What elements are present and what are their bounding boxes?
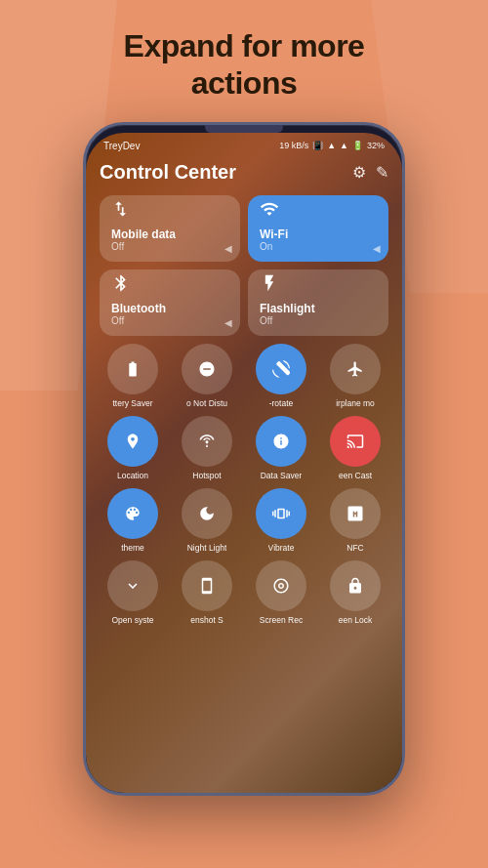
battery-label: 32% — [367, 141, 385, 150]
theme-btn[interactable] — [107, 488, 158, 539]
headline: Expand for more actions — [124, 27, 365, 103]
rotate-btn[interactable] — [256, 344, 306, 394]
bluetooth-arrow: ◀ — [224, 317, 232, 328]
small-tiles-row2: Location Hotspot Data Saver — [100, 416, 388, 480]
location-btn[interactable] — [107, 416, 158, 467]
mobile-data-label: Mobile data — [111, 227, 228, 241]
small-tiles-row1: ttery Saver o Not Distu -rotate — [100, 344, 388, 408]
screen-lock-label: een Lock — [339, 615, 373, 625]
speed-label: 19 kB/s — [279, 141, 308, 150]
rotate-label: -rotate — [269, 398, 294, 408]
wifi-label: Wi-Fi — [260, 227, 377, 241]
screenshot-label: enshot S — [190, 615, 224, 625]
settings-icon[interactable]: ⚙ — [352, 163, 366, 182]
rotate-tile[interactable]: -rotate — [248, 344, 314, 408]
flashlight-sublabel: Off — [260, 315, 377, 326]
phone-notch — [205, 125, 283, 133]
vibrate-label: Vibrate — [268, 543, 295, 553]
bluetooth-tile[interactable]: Bluetooth Off ◀ — [100, 269, 240, 336]
night-light-btn[interactable] — [182, 488, 232, 539]
theme-tile[interactable]: theme — [100, 488, 166, 553]
cc-header: Control Center ⚙ ✎ — [100, 161, 388, 184]
vibrate-tile[interactable]: Vibrate — [248, 488, 314, 553]
screen-lock-tile[interactable]: een Lock — [322, 560, 388, 625]
phone-shell: TreyDev 19 kB/s 📳 ▲ ▲ 🔋 32% Control Cent… — [83, 122, 405, 796]
phone-screen: TreyDev 19 kB/s 📳 ▲ ▲ 🔋 32% Control Cent… — [86, 133, 402, 793]
hotspot-tile[interactable]: Hotspot — [174, 416, 240, 480]
edit-icon[interactable]: ✎ — [376, 163, 388, 182]
dnd-btn[interactable] — [182, 344, 232, 394]
headline-line2: actions — [191, 65, 298, 101]
dnd-tile[interactable]: o Not Distu — [174, 344, 240, 408]
wifi-sublabel: On — [260, 241, 377, 252]
carrier-label: TreyDev — [103, 141, 140, 151]
wifi-arrow: ◀ — [373, 243, 381, 254]
status-bar: TreyDev 19 kB/s 📳 ▲ ▲ 🔋 32% — [86, 133, 402, 155]
location-label: Location — [117, 471, 148, 480]
mobile-data-icon — [111, 199, 228, 224]
mobile-data-sublabel: Off — [111, 241, 228, 252]
theme-label: theme — [121, 543, 144, 553]
open-syste-btn[interactable] — [107, 560, 158, 611]
small-tiles-row3: theme Night Light Vibrate — [100, 488, 388, 553]
bluetooth-icon — [111, 273, 228, 298]
headline-line1: Expand for more — [124, 28, 365, 63]
screen-rec-tile[interactable]: Screen Rec — [248, 560, 314, 625]
data-saver-tile[interactable]: Data Saver — [248, 416, 314, 480]
wifi-tile[interactable]: Wi-Fi On ◀ — [248, 195, 388, 262]
flashlight-icon — [260, 273, 377, 298]
open-syste-label: Open syste — [112, 615, 154, 625]
screen-cast-label: een Cast — [339, 471, 372, 480]
data-saver-btn[interactable] — [256, 416, 306, 467]
night-light-label: Night Light — [187, 543, 227, 553]
bluetooth-sublabel: Off — [111, 315, 228, 326]
nfc-btn[interactable] — [330, 488, 381, 539]
cc-header-icons: ⚙ ✎ — [352, 163, 388, 182]
battery-saver-label: ttery Saver — [112, 398, 152, 408]
airplane-btn[interactable] — [330, 344, 381, 394]
wifi-icon: ▲ — [327, 141, 336, 150]
wifi-tile-icon — [260, 199, 377, 224]
airplane-tile[interactable]: irplane mo — [322, 344, 388, 408]
location-tile[interactable]: Location — [100, 416, 166, 480]
nfc-tile[interactable]: NFC — [322, 488, 388, 553]
mobile-data-tile[interactable]: Mobile data Off ◀ — [100, 195, 240, 262]
screenshot-tile[interactable]: enshot S — [174, 560, 240, 625]
battery-saver-btn[interactable] — [107, 344, 158, 394]
screen-lock-btn[interactable] — [330, 560, 381, 611]
hotspot-btn[interactable] — [182, 416, 232, 467]
screen-cast-btn[interactable] — [330, 416, 381, 467]
battery-saver-tile[interactable]: ttery Saver — [100, 344, 166, 408]
vibrate-icon: 📳 — [312, 141, 323, 150]
screen-rec-label: Screen Rec — [260, 615, 303, 625]
mobile-data-arrow: ◀ — [224, 243, 232, 254]
status-right: 19 kB/s 📳 ▲ ▲ 🔋 32% — [279, 141, 385, 150]
cc-title: Control Center — [100, 161, 236, 184]
large-tiles-row2: Bluetooth Off ◀ Flashlight Off — [100, 269, 388, 336]
signal-icon: ▲ — [340, 141, 348, 150]
small-tiles-row4: Open syste enshot S Screen Rec — [100, 560, 388, 625]
flashlight-tile[interactable]: Flashlight Off — [248, 269, 388, 336]
flashlight-label: Flashlight — [260, 302, 377, 315]
data-saver-label: Data Saver — [261, 471, 303, 480]
dnd-label: o Not Distu — [186, 398, 227, 408]
hotspot-label: Hotspot — [192, 471, 221, 480]
bluetooth-label: Bluetooth — [111, 302, 228, 315]
control-center-content: Control Center ⚙ ✎ Mobile data Off ◀ — [86, 155, 402, 793]
screen-rec-btn[interactable] — [256, 560, 306, 611]
nfc-label: NFC — [346, 543, 363, 553]
vibrate-btn[interactable] — [256, 488, 306, 539]
open-syste-tile[interactable]: Open syste — [100, 560, 166, 625]
large-tiles-row1: Mobile data Off ◀ Wi-Fi On ◀ — [100, 195, 388, 262]
airplane-label: irplane mo — [336, 398, 375, 408]
battery-icon: 🔋 — [352, 141, 363, 150]
screenshot-btn[interactable] — [182, 560, 232, 611]
screen-cast-tile[interactable]: een Cast — [322, 416, 388, 480]
night-light-tile[interactable]: Night Light — [174, 488, 240, 553]
